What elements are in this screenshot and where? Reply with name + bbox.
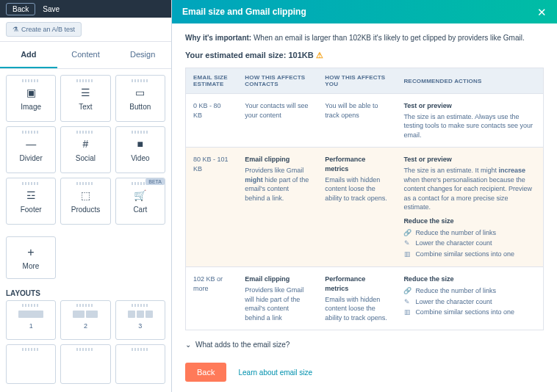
tab-content[interactable]: Content (57, 42, 115, 68)
more-button[interactable]: + More (6, 236, 56, 279)
what-adds-title: What adds to the email size? (195, 341, 290, 349)
what-adds-section: ⌄What adds to the email size? 🔗The numbe… (185, 341, 544, 352)
layout-1[interactable]: 1 (6, 300, 56, 340)
t: Combine similar sections into one (415, 308, 514, 317)
you-title: Performance metrics (325, 275, 389, 293)
rec-title: Test or preview (403, 101, 536, 111)
link-icon: 🔗 (403, 228, 411, 238)
back-button[interactable]: Back (6, 3, 35, 15)
t: when there's personalisation because the… (403, 176, 532, 211)
intro-label: Why it's important: (185, 34, 251, 42)
layouts-grid: 1 2 3 (0, 300, 171, 340)
drag-handle-icon (22, 304, 40, 307)
tab-add[interactable]: Add (0, 42, 57, 68)
rec-actions: 🔗Reduce the number of links ✎Lower the c… (403, 286, 536, 318)
layout-num: 2 (84, 322, 87, 330)
col-range: EMAIL SIZE ESTIMATE (186, 68, 238, 94)
block-label: Social (76, 154, 96, 162)
editor-topbar: Back Save (0, 0, 171, 18)
drag-handle-icon (76, 182, 94, 185)
drag-handle-icon (22, 79, 40, 82)
size-estimate: Your estimated email size: 101KB ⚠ (185, 51, 544, 60)
block-image[interactable]: ▣Image (6, 75, 56, 122)
layout-vis (73, 311, 98, 318)
t: might (245, 176, 263, 184)
block-button[interactable]: ▭Button (115, 75, 165, 122)
beaker-icon: ⚗ (12, 26, 18, 33)
editor-sidebar: Back Save ⚗ Create an A/B test Add Conte… (0, 0, 172, 392)
chevron-down-icon: ⌄ (185, 341, 191, 349)
cell-rec: Reduce the size 🔗Reduce the number of li… (396, 267, 543, 330)
layout-extra[interactable] (6, 344, 56, 384)
what-adds-toggle[interactable]: ⌄What adds to the email size? (185, 341, 544, 349)
plus-icon: + (27, 246, 34, 259)
col-you: HOW THIS AFFECTS YOU (317, 68, 396, 94)
col-contacts: HOW THIS AFFECTS CONTACTS (237, 68, 317, 94)
drag-handle-icon (22, 348, 40, 351)
panel-title: Email size and Gmail clipping (182, 7, 306, 17)
panel-header: Email size and Gmail clipping ✕ (172, 0, 557, 23)
cell-you: You will be able to track opens (317, 94, 396, 148)
block-label: Footer (21, 206, 42, 214)
link-icon: 🔗 (403, 286, 411, 296)
block-footer[interactable]: ☲Footer (6, 178, 56, 225)
drag-handle-icon (22, 131, 40, 134)
block-products[interactable]: ⬚Products (60, 178, 110, 225)
intro-body: When an email is larger than 102KB it's … (251, 34, 525, 42)
layout-vis (18, 311, 43, 318)
size-table: EMAIL SIZE ESTIMATE HOW THIS AFFECTS CON… (185, 68, 544, 330)
abtest-bar: ⚗ Create an A/B test (0, 18, 171, 42)
cart-icon: 🛒 (134, 189, 147, 201)
block-divider[interactable]: —Divider (6, 126, 56, 173)
drag-handle-icon (132, 131, 149, 134)
back-button-footer[interactable]: Back (185, 363, 226, 382)
sections-icon: ▥ (403, 308, 411, 317)
layouts-heading: LAYOUTS (0, 285, 171, 300)
layout-extra[interactable] (60, 344, 110, 384)
layout-2[interactable]: 2 (60, 300, 110, 340)
create-ab-test-button[interactable]: ⚗ Create an A/B test (6, 22, 82, 37)
products-icon: ⬚ (79, 189, 92, 201)
panel-body: Why it's important: When an email is lar… (172, 23, 557, 352)
panel-footer: Back Learn about email size (172, 352, 557, 392)
cell-contacts: Your contacts will see your content (237, 94, 317, 148)
cell-range: 102 KB or more (186, 267, 238, 330)
more-wrap: + More (0, 231, 171, 285)
block-video[interactable]: ■Video (115, 126, 165, 173)
divider-icon: — (24, 138, 37, 150)
rec-action: ▥Combine similar sections into one (403, 307, 536, 318)
layout-3[interactable]: 3 (115, 300, 165, 340)
social-icon: # (79, 138, 92, 150)
sections-icon: ▥ (403, 250, 411, 259)
learn-more-link[interactable]: Learn about email size (238, 369, 312, 377)
rec-action: 🔗Reduce the number of links (403, 228, 536, 239)
cell-you: Performance metricsEmails with hidden co… (317, 148, 396, 267)
rec-action: ✎Lower the character count (403, 238, 536, 249)
char-icon: ✎ (403, 297, 411, 307)
cell-rec: Test or preview The size is an estimate.… (396, 148, 543, 267)
block-label: Products (71, 206, 100, 214)
layout-extra[interactable] (115, 344, 165, 384)
rec-actions: 🔗Reduce the number of links ✎Lower the c… (403, 228, 536, 260)
estimate-value: 101KB (288, 51, 313, 59)
close-icon[interactable]: ✕ (537, 7, 547, 18)
block-text[interactable]: ☰Text (60, 75, 110, 122)
table-row: 102 KB or more Email clippingProviders l… (186, 267, 544, 330)
block-label: Image (21, 103, 41, 111)
button-icon: ▭ (134, 87, 147, 98)
rec-action: ▥Combine similar sections into one (403, 249, 536, 260)
contacts-title: Email clipping (245, 155, 310, 164)
you-text: Emails with hidden content loose the abi… (325, 296, 387, 322)
save-link[interactable]: Save (43, 5, 60, 13)
cell-range: 0 KB - 80 KB (186, 94, 238, 148)
drag-handle-icon (76, 131, 94, 134)
cell-contacts: Email clippingProviders like Gmail will … (237, 267, 317, 330)
block-cart[interactable]: BETA🛒Cart (115, 178, 165, 225)
rec-text: The size is an estimate. Always use the … (403, 113, 533, 139)
block-label: Button (129, 103, 151, 111)
tab-design[interactable]: Design (114, 42, 171, 68)
drag-handle-icon (132, 348, 149, 351)
block-social[interactable]: #Social (60, 126, 110, 173)
cell-you: Performance metricsEmails with hidden co… (317, 267, 396, 330)
intro-text: Why it's important: When an email is lar… (185, 34, 544, 42)
